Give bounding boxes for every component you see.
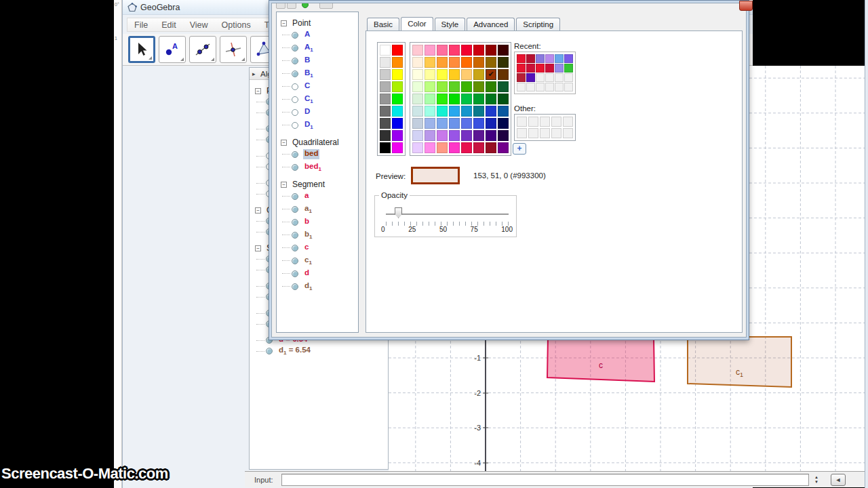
color-swatch[interactable] xyxy=(425,81,435,92)
spinner-down-icon[interactable]: ▼ xyxy=(814,480,818,485)
dialog-tab[interactable]: Basic xyxy=(367,18,399,31)
color-swatch[interactable] xyxy=(473,81,484,92)
color-swatch[interactable] xyxy=(486,106,496,117)
color-swatch[interactable] xyxy=(498,118,509,129)
color-swatch[interactable] xyxy=(461,81,472,92)
line-tool-button[interactable] xyxy=(189,36,216,63)
collapse-minus-icon[interactable]: − xyxy=(255,207,261,214)
toolbar-stub-button[interactable] xyxy=(276,3,285,9)
color-swatch[interactable] xyxy=(449,130,460,141)
color-swatch[interactable] xyxy=(498,130,509,141)
color-swatch[interactable] xyxy=(392,94,403,104)
toolbar-stub-button[interactable] xyxy=(319,3,333,9)
recent-color-swatch[interactable] xyxy=(517,64,526,73)
color-swatch[interactable] xyxy=(461,57,472,68)
color-swatch[interactable] xyxy=(473,106,484,117)
visibility-bullet-icon[interactable] xyxy=(266,348,273,354)
color-swatch[interactable] xyxy=(449,69,460,80)
color-swatch[interactable] xyxy=(498,142,509,153)
color-swatch[interactable] xyxy=(473,57,484,68)
other-color-swatch[interactable] xyxy=(551,117,561,127)
color-swatch[interactable] xyxy=(425,130,435,141)
other-color-swatch[interactable] xyxy=(540,117,550,127)
color-swatch[interactable] xyxy=(380,57,391,68)
show-object-icon[interactable] xyxy=(302,3,309,8)
dialog-tree-item[interactable]: bed1 xyxy=(279,161,358,174)
color-swatch[interactable] xyxy=(498,94,509,104)
dialog-tree-item[interactable]: d xyxy=(279,267,358,280)
dialog-tree-item[interactable]: C xyxy=(279,80,358,93)
color-swatch[interactable] xyxy=(437,106,448,117)
menu-item[interactable]: Options xyxy=(215,20,258,30)
color-swatch[interactable] xyxy=(380,69,391,80)
color-swatch[interactable] xyxy=(437,45,448,56)
dialog-tab[interactable]: Color xyxy=(401,17,433,32)
color-swatch[interactable] xyxy=(486,142,496,153)
color-swatch[interactable] xyxy=(392,69,403,80)
recent-color-swatch[interactable] xyxy=(545,64,554,73)
color-swatch[interactable] xyxy=(412,142,423,153)
recent-color-swatch[interactable] xyxy=(564,83,573,92)
color-swatch[interactable] xyxy=(461,106,472,117)
tree-group-point[interactable]: − Point xyxy=(279,18,358,28)
dialog-tab[interactable]: Style xyxy=(435,18,466,31)
recent-color-swatch[interactable] xyxy=(517,73,526,82)
color-swatch[interactable] xyxy=(486,81,496,92)
color-swatch[interactable] xyxy=(449,45,460,56)
other-color-swatch[interactable] xyxy=(551,128,561,138)
recent-color-swatch[interactable] xyxy=(564,64,573,73)
color-swatch[interactable] xyxy=(412,81,423,92)
input-help-button[interactable]: ◄ xyxy=(831,474,846,486)
recent-color-swatch[interactable] xyxy=(555,73,564,82)
color-swatch[interactable] xyxy=(473,69,484,80)
dialog-tree-item[interactable]: c xyxy=(279,241,358,254)
dialog-tree-item[interactable]: b1 xyxy=(279,228,358,241)
color-swatch[interactable] xyxy=(498,45,509,56)
recent-color-swatch[interactable] xyxy=(517,83,526,92)
tree-group-quadrilateral[interactable]: − Quadrilateral xyxy=(279,137,358,148)
color-swatch[interactable] xyxy=(380,118,391,129)
collapse-minus-icon[interactable]: − xyxy=(281,20,287,26)
input-field[interactable] xyxy=(281,474,809,486)
color-swatch[interactable] xyxy=(461,94,472,104)
color-swatch[interactable] xyxy=(380,81,391,92)
dialog-tree-item[interactable]: D1 xyxy=(279,119,358,131)
color-swatch[interactable] xyxy=(486,118,496,129)
color-swatch[interactable] xyxy=(486,45,496,56)
color-swatch[interactable] xyxy=(425,45,435,56)
color-swatch[interactable] xyxy=(461,130,472,141)
recent-color-swatch[interactable] xyxy=(526,64,535,73)
color-swatch[interactable] xyxy=(461,118,472,129)
color-swatch[interactable] xyxy=(412,94,423,104)
color-swatch[interactable] xyxy=(449,142,460,153)
color-swatch[interactable] xyxy=(473,142,484,153)
color-swatch[interactable] xyxy=(437,118,448,129)
other-color-swatch[interactable] xyxy=(528,117,538,127)
color-swatch[interactable] xyxy=(498,81,509,92)
dialog-tree-item[interactable]: A xyxy=(279,28,358,41)
dialog-tree-item[interactable]: C1 xyxy=(279,93,358,106)
spinner-up-icon[interactable]: ▲ xyxy=(814,475,818,480)
color-swatch[interactable] xyxy=(392,130,403,141)
other-color-swatch[interactable] xyxy=(563,117,573,127)
tree-group-segment[interactable]: − Segment xyxy=(279,179,358,190)
collapse-arrow-icon[interactable]: ▸ xyxy=(252,70,260,77)
input-history-spinner[interactable]: ▲ ▼ xyxy=(812,474,821,486)
recent-color-swatch[interactable] xyxy=(555,64,564,73)
color-swatch[interactable] xyxy=(461,142,472,153)
other-color-swatch[interactable] xyxy=(528,128,538,138)
dialog-tree-item[interactable]: a xyxy=(279,190,358,203)
dialog-tab[interactable]: Advanced xyxy=(467,18,515,31)
opacity-slider-track[interactable] xyxy=(386,214,509,215)
color-swatch[interactable] xyxy=(437,94,448,104)
perpendicular-tool-button[interactable] xyxy=(220,36,247,63)
color-swatch[interactable] xyxy=(412,118,423,129)
color-swatch[interactable]: ✔ xyxy=(486,69,496,80)
color-swatch[interactable] xyxy=(486,94,496,104)
recent-color-swatch[interactable] xyxy=(545,73,554,82)
collapse-minus-icon[interactable]: − xyxy=(255,88,261,94)
recent-color-swatch[interactable] xyxy=(545,83,554,92)
recent-color-swatch[interactable] xyxy=(564,73,573,82)
recent-color-swatch[interactable] xyxy=(536,73,545,82)
color-swatch[interactable] xyxy=(392,57,403,68)
